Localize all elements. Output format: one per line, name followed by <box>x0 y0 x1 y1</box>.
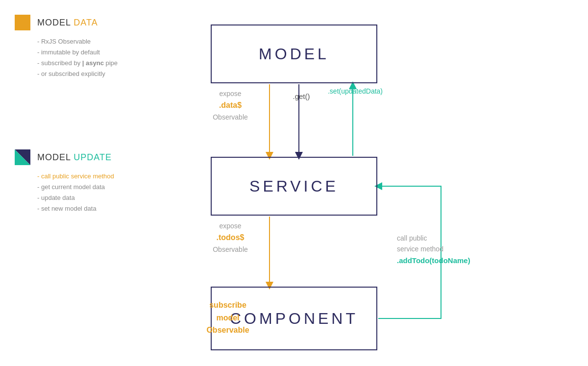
bullet-rxjs: - RxJS Observable <box>37 36 118 47</box>
bullet-subscribed: - or subscribed explicitly <box>37 69 118 79</box>
legend-model-update-box <box>15 149 30 165</box>
bullet-update-data: - update data <box>37 193 114 203</box>
subscribe-line2: model <box>196 312 260 324</box>
addtodo-line3: .addTodo(todoName) <box>397 255 505 267</box>
expose-data-line1: expose <box>219 90 241 98</box>
bullet-immutable: - immutable by default <box>37 47 118 58</box>
subscribe-line3: Observable <box>196 324 260 337</box>
subscribe-label: subscribe model Observable <box>196 299 260 337</box>
subscribe-line1: subscribe <box>196 299 260 312</box>
bullet-get-current: - get current model data <box>37 182 114 193</box>
bullet-set-new: - set new model data <box>37 203 114 214</box>
model-label: MODEL <box>259 45 329 63</box>
diagram-area: MODEL SERVICE COMPONENT expose .data$ Ob… <box>186 10 568 358</box>
expose-data-label: expose .data$ Observable <box>201 88 260 122</box>
legend-model-data: MODEL DATA - RxJS Observable - immutable… <box>15 15 118 79</box>
get-label: .get() <box>282 91 321 102</box>
model-box: MODEL <box>211 24 377 83</box>
expose-data-line3: Observable <box>213 113 248 121</box>
expose-todos-label: expose .todos$ Observable <box>201 220 260 255</box>
bullet-call-public: - call public service method <box>37 171 114 182</box>
service-label: SERVICE <box>249 177 339 195</box>
addtodo-line1: call public <box>397 233 505 244</box>
expose-todos-line2: .todos$ <box>217 233 245 242</box>
service-box: SERVICE <box>211 157 377 216</box>
legend-model-update-bullets: - call public service method - get curre… <box>37 171 114 214</box>
addtodo-line2: service method <box>397 244 505 254</box>
bullet-async: - subscribed by | async pipe <box>37 58 118 69</box>
set-text: .set(updatedData) <box>328 87 383 95</box>
expose-todos-line3: Observable <box>213 245 248 253</box>
legend-model-data-title: MODEL DATA <box>37 18 98 28</box>
addtodo-label: call public service method .addTodo(todo… <box>397 233 505 267</box>
get-text: .get() <box>293 92 310 100</box>
legend-model-data-box <box>15 15 30 30</box>
legend-model-data-bullets: - RxJS Observable - immutable by default… <box>37 36 118 79</box>
legend-model-update-title: MODEL UPDATE <box>37 152 112 163</box>
expose-data-line2: .data$ <box>219 101 242 109</box>
legend-model-update: MODEL UPDATE - call public service metho… <box>15 149 114 214</box>
set-label: .set(updatedData) <box>316 86 394 97</box>
expose-todos-line1: expose <box>219 222 241 230</box>
